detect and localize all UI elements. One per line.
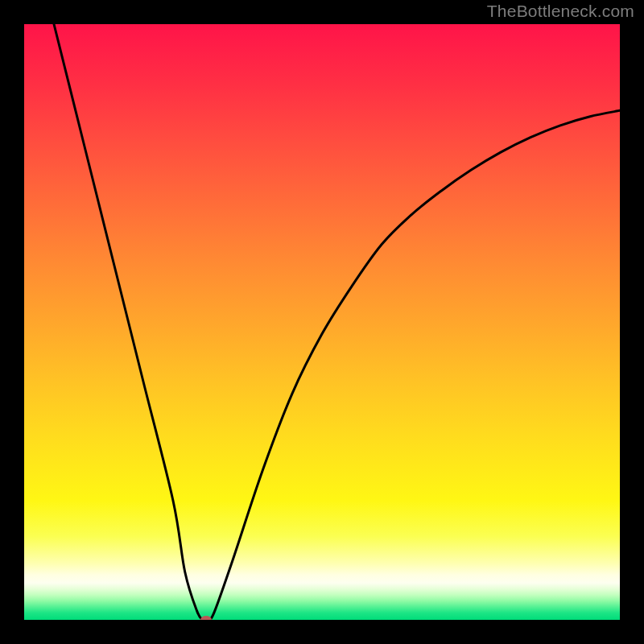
plot-area — [24, 24, 620, 620]
bottleneck-curve — [24, 24, 620, 620]
optimum-marker — [200, 616, 212, 620]
chart-container: TheBottleneck.com — [0, 0, 644, 644]
watermark-text: TheBottleneck.com — [487, 2, 634, 21]
